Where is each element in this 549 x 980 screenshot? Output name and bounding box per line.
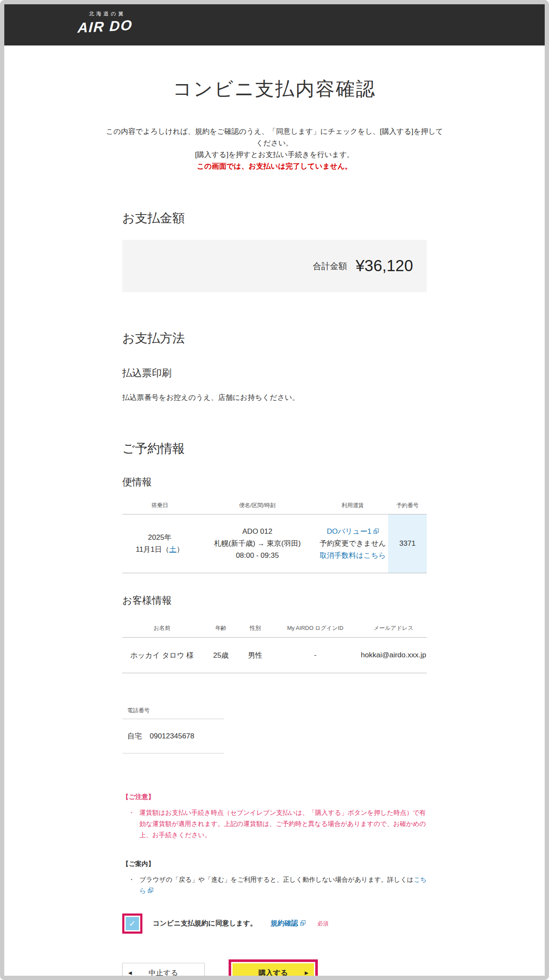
total-label: 合計金額 [313, 260, 347, 272]
col-fare: 利用運賃 [317, 502, 388, 509]
col-flight-route-time: 便名/区間/時刻 [197, 502, 317, 509]
header-bar: 北海道の翼 AIR DO [4, 4, 545, 45]
col-email: メールアドレス [360, 624, 427, 632]
total-amount-box: 合計金額 ¥36,120 [122, 240, 427, 292]
boarding-year: 2025年 [122, 532, 197, 544]
fare-note: 予約変更できません [317, 538, 388, 550]
terms-confirm-link[interactable]: 規約確認 [271, 919, 305, 928]
flight-table-header: 搭乗日 便名/区間/時刻 利用運賃 予約番号 [122, 502, 427, 514]
reservation-heading: ご予約情報 [122, 440, 427, 457]
page: 北海道の翼 AIR DO コンビニ支払内容確認 この内容でよろしければ、規約をご… [4, 4, 545, 976]
caution-heading: 【ご注意】 [122, 793, 427, 801]
col-age: 年齢 [202, 624, 240, 632]
arrow-left-icon: ◀ [128, 970, 132, 976]
check-icon: ✓ [129, 919, 136, 929]
customer-name: ホッカイ タロウ 様 [122, 650, 202, 660]
saturday-label: 土 [169, 545, 177, 554]
customer-login-id: - [270, 651, 360, 659]
purchase-button-label: 購入する [259, 968, 288, 976]
action-buttons: ◀ 中止する 購入する ▶ [122, 959, 427, 976]
boarding-date-cell: 2025年 11月1日（土） [122, 532, 197, 556]
payment-method-name: 払込票印刷 [122, 366, 427, 380]
page-title: コンビニ支払内容確認 [4, 76, 545, 102]
total-value: ¥36,120 [356, 257, 413, 275]
flight-table: 搭乗日 便名/区間/時刻 利用運賃 予約番号 2025年 11月1日（土） AD… [122, 502, 427, 573]
screenshot-frame: 北海道の翼 AIR DO コンビニ支払内容確認 この内容でよろしければ、規約をご… [0, 0, 549, 980]
cancel-button-label: 中止する [149, 968, 178, 976]
col-gender: 性別 [240, 624, 270, 632]
flight-number: ADO 012 [197, 526, 317, 538]
phone-header: 電話番号 [122, 707, 224, 719]
col-name: お名前 [122, 624, 202, 632]
external-link-icon [300, 920, 305, 926]
external-link-icon [374, 529, 379, 534]
agree-label: コンビニ支払規約に同意します。 [153, 919, 257, 928]
required-badge: 必須 [317, 920, 329, 928]
payment-method-heading: お支払方法 [122, 330, 427, 347]
agree-checkbox[interactable]: ✓ [126, 917, 139, 930]
phone-number: 09012345678 [150, 732, 194, 741]
arrow-right-icon: ▶ [305, 970, 308, 976]
phone-table: 電話番号 自宅 09012345678 [122, 707, 224, 753]
customer-table: お名前 年齢 性別 My AIRDO ログインID メールアドレス ホッカイ タ… [122, 624, 427, 673]
annotation-highlight-checkbox: ✓ [122, 913, 142, 934]
airdo-logo: 北海道の翼 AIR DO [69, 4, 142, 35]
intro-line-2: [購入する]を押すとお支払い手続きを行います。 [105, 149, 444, 160]
fare-type-link[interactable]: DOバリュー1 [327, 527, 379, 535]
agreement-row: ✓ コンビニ支払規約に同意します。 規約確認 必須 [122, 913, 427, 934]
caution-item: ・ 運賃額はお支払い手続き時点（セブンイレブン支払いは、「購入する」ボタンを押し… [122, 807, 427, 841]
annotation-highlight-purchase: 購入する ▶ [229, 959, 318, 976]
cancel-fee-link[interactable]: 取消手数料はこちら [320, 551, 386, 560]
flight-detail-cell: ADO 012 札幌(新千歳) → 東京(羽田) 08:00 - 09:35 [197, 526, 317, 562]
info-item: ・ ブラウザの「戻る」や「進む」をご利用すると、正しく動作しない場合があります。… [122, 874, 427, 896]
fare-cell: DOバリュー1 予約変更できません 取消手数料はこちら [317, 526, 388, 562]
col-boarding-date: 搭乗日 [122, 502, 197, 509]
customer-age: 25歳 [202, 650, 240, 660]
intro-warning: この画面では、お支払いは完了していません。 [105, 160, 444, 172]
payment-amount-heading: お支払金額 [122, 210, 427, 227]
flight-time: 08:00 - 09:35 [197, 550, 317, 562]
cancel-button[interactable]: ◀ 中止する [122, 963, 205, 976]
caution-text: 運賃額はお支払い手続き時点（セブンイレブン支払いは、「購入する」ボタンを押した時… [139, 807, 427, 841]
col-booking-no: 予約番号 [388, 502, 427, 509]
info-heading: 【ご案内】 [122, 860, 427, 868]
info-text: ブラウザの「戻る」や「進む」をご利用すると、正しく動作しない場合があります。詳し… [139, 874, 427, 896]
booking-number-cell: 3371 [388, 514, 427, 573]
bullet-icon: ・ [122, 807, 139, 841]
intro-line-1: この内容でよろしければ、規約をご確認のうえ、「同意します」にチェックをし、[購入… [105, 126, 444, 149]
flight-table-row: 2025年 11月1日（土） ADO 012 札幌(新千歳) → 東京(羽田) … [122, 514, 427, 573]
external-link-icon [148, 888, 153, 893]
customer-gender: 男性 [240, 650, 270, 660]
flight-route: 札幌(新千歳) → 東京(羽田) [197, 538, 317, 550]
intro-text: この内容でよろしければ、規約をご確認のうえ、「同意します」にチェックをし、[購入… [105, 126, 444, 172]
flight-info-heading: 便情報 [122, 475, 427, 489]
phone-type: 自宅 [127, 731, 142, 741]
purchase-button[interactable]: 購入する ▶ [232, 963, 314, 976]
customer-email: hokkai@airdo.xxx.jp [360, 651, 427, 659]
bullet-icon: ・ [122, 874, 139, 896]
boarding-date: 11月1日（土） [122, 544, 197, 556]
phone-row: 自宅 09012345678 [122, 719, 224, 753]
payment-method-note: 払込票番号をお控えのうえ、店舗にお持ちください。 [122, 393, 427, 402]
logo-text: AIR DO [68, 17, 142, 37]
customer-table-row: ホッカイ タロウ 様 25歳 男性 - hokkai@airdo.xxx.jp [122, 638, 427, 673]
col-login-id: My AIRDO ログインID [270, 624, 360, 632]
logo-tagline: 北海道の翼 [73, 10, 142, 18]
customer-table-header: お名前 年齢 性別 My AIRDO ログインID メールアドレス [122, 624, 427, 638]
customer-info-heading: お客様情報 [122, 594, 427, 607]
